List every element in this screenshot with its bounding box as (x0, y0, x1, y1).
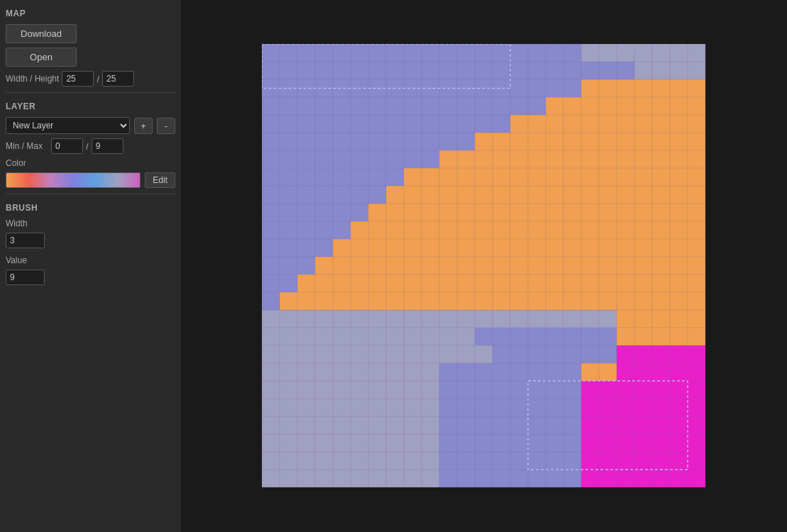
open-button[interactable]: Open (6, 48, 77, 67)
remove-layer-button[interactable]: - (157, 118, 175, 134)
layer-section-header: LAYER (6, 99, 175, 113)
map-canvas[interactable] (262, 44, 706, 488)
edit-color-button[interactable]: Edit (145, 172, 175, 188)
brush-value-input[interactable] (6, 270, 45, 285)
map-section-header: MAP (6, 6, 175, 20)
sidebar: MAP Download Open Width / Height / LAYER… (0, 0, 181, 532)
height-input[interactable] (102, 71, 134, 87)
color-gradient-bar[interactable] (6, 172, 141, 188)
max-input[interactable] (92, 138, 123, 154)
width-input[interactable] (62, 71, 94, 87)
value-label: Value (6, 255, 48, 265)
min-max-label: Min / Max (6, 141, 48, 151)
slash-separator: / (97, 74, 99, 84)
layer-select[interactable]: New Layer (6, 117, 130, 134)
slash-separator2: / (86, 141, 89, 152)
download-button[interactable]: Download (6, 24, 77, 43)
brush-width-input[interactable] (6, 233, 45, 248)
canvas-area[interactable] (181, 0, 787, 532)
color-label: Color (6, 158, 48, 168)
brush-section-header: BRUSH (6, 200, 175, 214)
min-input[interactable] (51, 138, 83, 154)
add-layer-button[interactable]: + (134, 118, 153, 134)
width-height-label: Width / Height (6, 74, 59, 84)
brush-width-label: Width (6, 218, 48, 228)
